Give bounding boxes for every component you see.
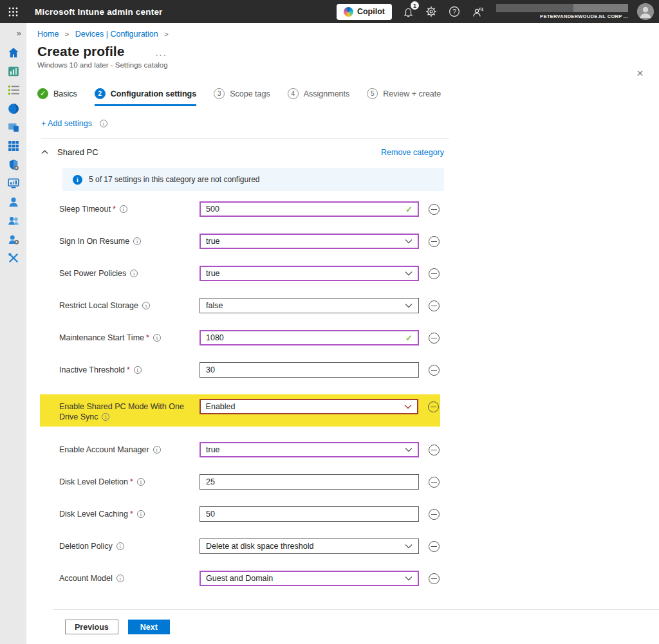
close-icon[interactable]: ×	[636, 67, 644, 79]
info-icon[interactable]: i	[116, 542, 124, 550]
setting-value: true	[206, 269, 401, 278]
help-button[interactable]: ?	[447, 5, 461, 19]
info-icon[interactable]: i	[142, 302, 150, 309]
info-icon[interactable]: i	[153, 446, 161, 454]
info-icon[interactable]: i	[134, 366, 142, 374]
setting-control[interactable]: 50	[200, 506, 419, 522]
add-settings-link[interactable]: + Add settings i	[41, 119, 659, 128]
info-icon[interactable]: i	[137, 478, 145, 486]
tab-scope-tags[interactable]: 3 Scope tags	[214, 88, 270, 100]
sidebar-item-tenant-admin[interactable]	[0, 230, 26, 248]
sidebar-item-reports[interactable]	[0, 174, 26, 192]
setting-control[interactable]: Delete at disk space threshold	[200, 538, 419, 554]
setting-control[interactable]: Guest and Domain	[200, 571, 419, 586]
divider	[41, 138, 449, 139]
info-icon[interactable]: i	[133, 237, 141, 245]
wizard-footer: Previous Next	[53, 609, 659, 644]
sidebar-item-apps[interactable]	[0, 118, 26, 136]
remove-setting-button[interactable]	[429, 333, 440, 344]
setting-row: Inactive Threshold*i 30	[59, 362, 467, 378]
groups-icon	[8, 215, 19, 226]
tab-configuration-settings[interactable]: 2 Configuration settings	[95, 88, 196, 100]
setting-control[interactable]: 25	[200, 474, 419, 490]
setting-control[interactable]: true	[200, 266, 419, 281]
sidebar-item-endpoint-security[interactable]	[0, 155, 26, 174]
sidebar-item-home[interactable]	[0, 43, 26, 62]
remove-setting-button[interactable]	[429, 477, 440, 488]
info-icon[interactable]: i	[120, 205, 127, 213]
chevron-down-icon	[405, 303, 413, 308]
breadcrumb-home[interactable]: Home	[37, 30, 59, 39]
setting-row: Disk Level Caching*i 50	[59, 506, 467, 522]
setting-value: 25	[206, 477, 413, 486]
sidebar-item-groups[interactable]	[0, 211, 26, 230]
setting-control[interactable]: true	[200, 442, 419, 457]
setting-label: Account Modeli	[59, 571, 200, 584]
remove-category-link[interactable]: Remove category	[381, 148, 444, 157]
settings-button[interactable]	[424, 5, 438, 19]
remove-setting-button[interactable]	[429, 445, 440, 455]
notification-badge: 1	[411, 1, 419, 10]
main-content: Home > Devices | Configuration > Create …	[26, 23, 659, 644]
setting-row: Restrict Local Storagei false	[59, 298, 467, 313]
setting-label: Disk Level Caching*i	[59, 506, 200, 519]
info-icon[interactable]: i	[153, 334, 161, 342]
breadcrumb-devices-configuration[interactable]: Devices | Configuration	[75, 30, 158, 39]
remove-setting-button[interactable]	[429, 365, 440, 376]
info-icon[interactable]: i	[130, 270, 138, 277]
copilot-button[interactable]: Copilot	[337, 4, 392, 20]
setting-control[interactable]: false	[200, 298, 419, 313]
reports-icon	[8, 178, 19, 189]
remove-setting-button[interactable]	[429, 509, 440, 520]
step-number: 5	[367, 88, 378, 99]
remove-setting-button[interactable]	[429, 204, 440, 215]
info-icon[interactable]: i	[116, 575, 124, 582]
collapse-chevron-icon[interactable]	[41, 150, 48, 154]
remove-setting-button[interactable]	[429, 236, 440, 247]
page-subtitle: Windows 10 and later - Settings catalog	[37, 61, 659, 69]
account-info[interactable]: PETERVANDERWOUDE.NL CORP ...	[496, 4, 628, 19]
category-name: Shared PC	[57, 147, 98, 157]
remove-setting-button[interactable]	[429, 300, 440, 311]
remove-setting-button[interactable]	[429, 268, 440, 279]
expand-nav-button[interactable]: »	[17, 28, 26, 38]
setting-control[interactable]: 500 ✓	[200, 201, 419, 217]
tab-assignments[interactable]: 4 Assignments	[288, 88, 350, 100]
sidebar-item-dashboard[interactable]	[0, 62, 26, 80]
chevron-down-icon	[405, 271, 413, 276]
sidebar-item-devices[interactable]	[0, 99, 26, 118]
sidebar-item-users[interactable]	[0, 192, 26, 211]
chevron-down-icon	[405, 447, 413, 452]
setting-control[interactable]: 1080 ✓	[200, 330, 419, 345]
valid-check-icon: ✓	[405, 333, 413, 343]
info-icon[interactable]: i	[102, 413, 109, 421]
setting-control[interactable]: Enabled	[200, 399, 418, 414]
settings-list: Sleep Timeout*i 500 ✓ Sign In On Resumei…	[59, 201, 467, 586]
tab-review-create[interactable]: 5 Review + create	[367, 88, 441, 100]
setting-control[interactable]: true	[200, 234, 419, 249]
remove-setting-button[interactable]	[428, 401, 439, 412]
setting-label: Enable Shared PC Mode With One Drive Syn…	[59, 399, 200, 422]
next-button[interactable]: Next	[128, 620, 170, 634]
info-icon[interactable]: i	[137, 510, 145, 518]
sidebar-item-app-grid[interactable]	[0, 136, 26, 155]
notifications-button[interactable]: 1	[401, 5, 415, 19]
sidebar-item-all-services[interactable]	[0, 80, 26, 99]
waffle-icon[interactable]	[0, 0, 26, 23]
setting-value: true	[206, 445, 401, 454]
feedback-button[interactable]	[470, 5, 485, 19]
setting-control[interactable]: 30	[200, 362, 419, 378]
remove-setting-button[interactable]	[429, 541, 440, 552]
sidebar-item-troubleshooting[interactable]	[0, 248, 26, 267]
info-banner: i 5 of 17 settings in this category are …	[62, 168, 444, 191]
breadcrumb: Home > Devices | Configuration >	[26, 23, 659, 39]
tab-basics[interactable]: ✓ Basics	[37, 88, 77, 100]
previous-button[interactable]: Previous	[65, 620, 118, 634]
setting-label: Enable Account Manageri	[59, 442, 200, 455]
remove-setting-button[interactable]	[429, 573, 440, 584]
avatar[interactable]	[637, 3, 654, 20]
setting-value: 50	[206, 510, 413, 519]
overflow-menu-icon[interactable]: ...	[155, 47, 167, 58]
info-icon[interactable]: i	[100, 120, 107, 127]
copilot-label: Copilot	[357, 7, 385, 16]
